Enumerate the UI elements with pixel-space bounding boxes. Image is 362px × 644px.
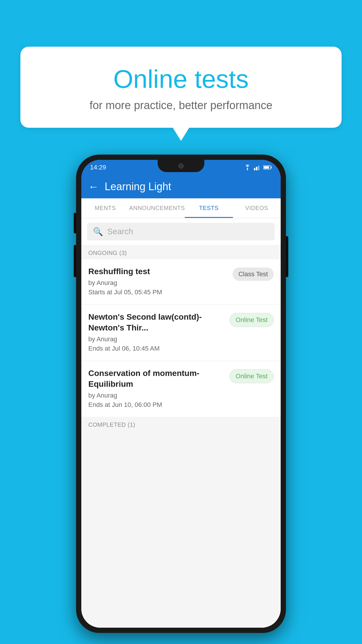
phone-mockup: 14:29 bbox=[76, 155, 286, 633]
search-box[interactable]: 🔍 Search bbox=[87, 223, 275, 240]
svg-rect-6 bbox=[264, 166, 269, 169]
test-author-conservation: by Anurag bbox=[88, 392, 225, 399]
search-icon: 🔍 bbox=[93, 227, 103, 237]
test-card-reshuffling[interactable]: Reshuffling test by Anurag Starts at Jul… bbox=[81, 259, 281, 304]
power-button bbox=[286, 236, 288, 277]
svg-point-0 bbox=[247, 169, 248, 170]
test-card-conservation[interactable]: Conservation of momentum-Equilibrium by … bbox=[81, 361, 281, 417]
wifi-icon bbox=[243, 164, 252, 170]
bubble-subtitle: for more practice, better performance bbox=[35, 99, 327, 112]
completed-section-header: COMPLETED (1) bbox=[81, 417, 281, 430]
status-icons bbox=[243, 164, 272, 170]
signal-icon bbox=[254, 164, 261, 170]
svg-rect-1 bbox=[254, 168, 255, 170]
test-badge-newton: Online Test bbox=[229, 313, 274, 327]
test-info-conservation: Conservation of momentum-Equilibrium by … bbox=[88, 368, 229, 409]
test-card-newton[interactable]: Newton's Second law(contd)-Newton's Thir… bbox=[81, 305, 281, 360]
tabs-bar: MENTS ANNOUNCEMENTS TESTS VIDEOS bbox=[81, 198, 281, 218]
back-button[interactable]: ← bbox=[88, 181, 99, 193]
test-info-reshuffling: Reshuffling test by Anurag Starts at Jul… bbox=[88, 266, 233, 296]
volume-up-button bbox=[74, 213, 76, 233]
app-header: ← Learning Light bbox=[81, 175, 281, 198]
test-badge-conservation: Online Test bbox=[229, 369, 274, 383]
test-time-newton: Ends at Jul 06, 10:45 AM bbox=[88, 345, 225, 352]
bubble-title: Online tests bbox=[35, 64, 327, 94]
svg-rect-5 bbox=[271, 167, 272, 168]
volume-down-button bbox=[74, 245, 76, 277]
tab-tests[interactable]: TESTS bbox=[185, 198, 233, 218]
test-info-newton: Newton's Second law(contd)-Newton's Thir… bbox=[88, 312, 229, 352]
battery-icon bbox=[263, 165, 272, 170]
status-time: 14:29 bbox=[90, 164, 106, 171]
svg-rect-2 bbox=[256, 167, 257, 170]
test-author-newton: by Anurag bbox=[88, 335, 225, 343]
test-title-conservation: Conservation of momentum-Equilibrium bbox=[88, 368, 225, 389]
test-time-reshuffling: Starts at Jul 05, 05:45 PM bbox=[88, 288, 228, 296]
test-author-reshuffling: by Anurag bbox=[88, 279, 228, 287]
tab-videos[interactable]: VIDEOS bbox=[233, 198, 281, 218]
phone-notch bbox=[158, 160, 204, 172]
test-title-newton: Newton's Second law(contd)-Newton's Thir… bbox=[88, 312, 225, 333]
phone-screen: 14:29 bbox=[81, 160, 281, 628]
test-title-reshuffling: Reshuffling test bbox=[88, 266, 228, 277]
test-time-conservation: Ends at Jun 10, 06:00 PM bbox=[88, 401, 225, 409]
speech-bubble: Online tests for more practice, better p… bbox=[20, 47, 342, 128]
svg-rect-3 bbox=[258, 166, 259, 170]
content-area: 🔍 Search ONGOING (3) Reshuffling test by… bbox=[81, 218, 281, 628]
ongoing-section-header: ONGOING (3) bbox=[81, 245, 281, 259]
app-header-title: Learning Light bbox=[105, 181, 171, 193]
tab-announcements[interactable]: ANNOUNCEMENTS bbox=[129, 198, 185, 218]
front-camera bbox=[178, 163, 184, 169]
search-container: 🔍 Search bbox=[81, 218, 281, 245]
test-badge-reshuffling: Class Test bbox=[233, 267, 274, 281]
tab-assignments[interactable]: MENTS bbox=[81, 198, 129, 218]
search-placeholder: Search bbox=[107, 227, 133, 236]
